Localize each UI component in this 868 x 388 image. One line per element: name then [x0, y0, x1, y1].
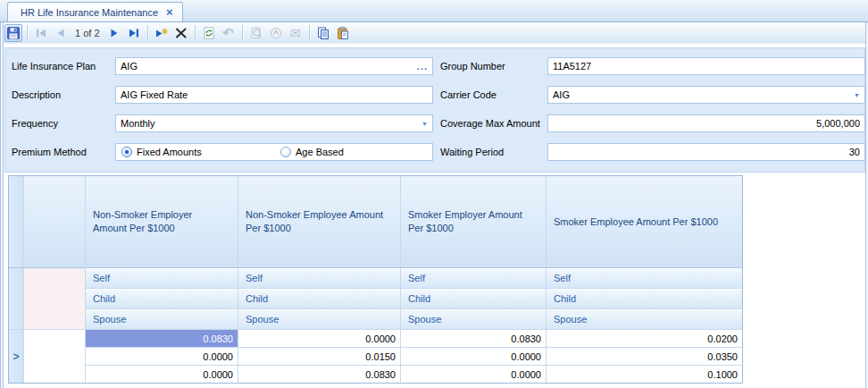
subrow-label-child[interactable]: Child [401, 289, 547, 309]
grid-cell[interactable]: 0.0000 [401, 348, 547, 366]
subrow-label-self[interactable]: Self [86, 268, 238, 289]
grid-cell[interactable]: 0.0000 [238, 330, 401, 348]
grid-indicator-subband [9, 268, 24, 330]
next-record-icon [107, 26, 121, 40]
frequency-row: Frequency ▼ [12, 109, 433, 138]
waiting-period-row: Waiting Period [440, 138, 865, 166]
window-frame-left [0, 22, 4, 388]
description-input[interactable] [115, 86, 433, 104]
record-arrow-icon: > [13, 350, 19, 363]
premium-method-radiogroup: Fixed Amounts Age Based [115, 143, 433, 161]
carrier-code-label: Carrier Code [440, 89, 547, 100]
paste-button[interactable] [334, 24, 352, 42]
coverage-max-amount-label: Coverage Max Amount [440, 118, 547, 129]
grid-cell[interactable]: 0.0830 [238, 366, 401, 383]
premium-method-label: Premium Method [12, 147, 115, 157]
rates-grid: Non-Smoker Employer Amount Per $1000 Non… [8, 175, 743, 384]
grid-cell[interactable]: 0.0000 [86, 366, 238, 383]
print-preview-button[interactable] [247, 24, 265, 42]
column-header-smoker-employer[interactable]: Smoker Employer Amount Per $1000 [401, 176, 547, 268]
coverage-max-amount-row: Coverage Max Amount [440, 109, 865, 138]
subrow-label-self[interactable]: Self [401, 268, 547, 289]
frequency-select[interactable] [115, 114, 433, 132]
previous-record-button[interactable] [52, 24, 70, 42]
frequency-label: Frequency [12, 118, 115, 129]
column-header-nonsmoker-employer[interactable]: Non-Smoker Employer Amount Per $1000 [86, 176, 238, 268]
previous-record-icon [54, 26, 68, 40]
premium-method-row: Premium Method Fixed Amounts Age Based [12, 138, 433, 166]
lookup-ellipsis-icon[interactable]: ... [417, 58, 428, 74]
grid-cell[interactable]: 0.0000 [86, 348, 238, 366]
group-number-row: Group Number [440, 52, 865, 80]
last-record-button[interactable] [125, 24, 143, 42]
toolbar-separator [309, 25, 310, 40]
detail-form: Life Insurance Plan ... Description Freq… [4, 47, 865, 173]
subrow-label-spouse[interactable]: Spouse [238, 309, 401, 330]
delete-record-button[interactable] [172, 24, 190, 42]
grid-rowlabel-band [24, 268, 86, 330]
save-button[interactable] [4, 24, 22, 42]
go-icon [269, 26, 283, 40]
coverage-max-amount-input[interactable] [547, 114, 865, 132]
grid-cell[interactable]: 0.0350 [547, 348, 742, 366]
go-button[interactable] [267, 24, 285, 42]
email-button[interactable]: ✉ [287, 24, 305, 42]
carrier-code-row: Carrier Code ▼ [440, 80, 865, 109]
last-record-icon [127, 26, 141, 40]
new-record-icon [154, 26, 169, 40]
copy-icon [316, 26, 330, 40]
column-header-nonsmoker-employee[interactable]: Non-Smoker Employee Amount Per $1000 [238, 176, 401, 268]
grid-cell[interactable]: 0.0000 [401, 366, 547, 383]
waiting-period-input[interactable] [547, 143, 865, 161]
toolbar-separator [242, 25, 243, 40]
column-header-smoker-employee[interactable]: Smoker Employee Amount Per $1000 [547, 176, 742, 268]
subrow-label-self[interactable]: Self [547, 268, 742, 289]
refresh-icon [202, 26, 216, 40]
life-insurance-plan-label: Life Insurance Plan [12, 61, 115, 72]
undo-button[interactable]: ↶ [220, 24, 238, 42]
toolbar-separator [147, 25, 148, 40]
new-record-button[interactable] [153, 24, 171, 42]
grid-cell[interactable]: 0.0830 [401, 330, 547, 348]
grid-rowlabel-header-cell [24, 176, 86, 268]
radio-age-based[interactable]: Age Based [280, 147, 344, 157]
subrow-label-spouse[interactable]: Spouse [86, 309, 238, 330]
subrow-label-child[interactable]: Child [547, 289, 742, 309]
undo-icon: ↶ [222, 26, 234, 39]
tab-close-icon[interactable]: × [166, 6, 173, 18]
radio-age-based-label: Age Based [296, 147, 344, 157]
radio-fixed-amounts[interactable]: Fixed Amounts [121, 147, 280, 157]
life-insurance-plan-input[interactable] [115, 57, 433, 75]
tab-strip: HR Life Insurance Maintenance × [0, 0, 868, 22]
carrier-code-select[interactable] [547, 86, 865, 104]
subrow-label-spouse[interactable]: Spouse [547, 309, 742, 330]
toolbar-separator [195, 25, 196, 40]
radio-selected-icon [121, 147, 132, 157]
grid-cell[interactable]: 0.0150 [238, 348, 401, 366]
grid-cell[interactable]: 0.0200 [547, 330, 742, 348]
grid-cell[interactable]: 0.0830 [86, 330, 238, 348]
chevron-down-icon[interactable]: ▼ [854, 92, 860, 98]
save-icon [6, 26, 21, 40]
subrow-label-child[interactable]: Child [86, 289, 238, 309]
toolbar: 1 of 2 [0, 22, 868, 44]
subrow-label-child[interactable]: Child [238, 289, 401, 309]
chevron-down-icon[interactable]: ▼ [421, 121, 428, 127]
group-number-label: Group Number [440, 61, 547, 72]
tab-title: HR Life Insurance Maintenance [21, 7, 158, 18]
subrow-label-self[interactable]: Self [238, 268, 401, 289]
first-record-icon [34, 26, 48, 40]
next-record-button[interactable] [105, 24, 123, 42]
paste-icon [336, 26, 350, 40]
waiting-period-label: Waiting Period [440, 147, 547, 157]
subrow-label-spouse[interactable]: Spouse [401, 309, 547, 330]
print-preview-icon [249, 26, 263, 40]
group-number-input[interactable] [547, 57, 865, 75]
tab-hr-life-insurance-maintenance[interactable]: HR Life Insurance Maintenance × [7, 2, 183, 21]
grid-cell[interactable]: 0.1000 [547, 366, 742, 383]
radio-unselected-icon [280, 147, 291, 157]
refresh-button[interactable] [200, 24, 218, 42]
description-label: Description [12, 89, 115, 100]
first-record-button[interactable] [32, 24, 50, 42]
copy-button[interactable] [314, 24, 332, 42]
